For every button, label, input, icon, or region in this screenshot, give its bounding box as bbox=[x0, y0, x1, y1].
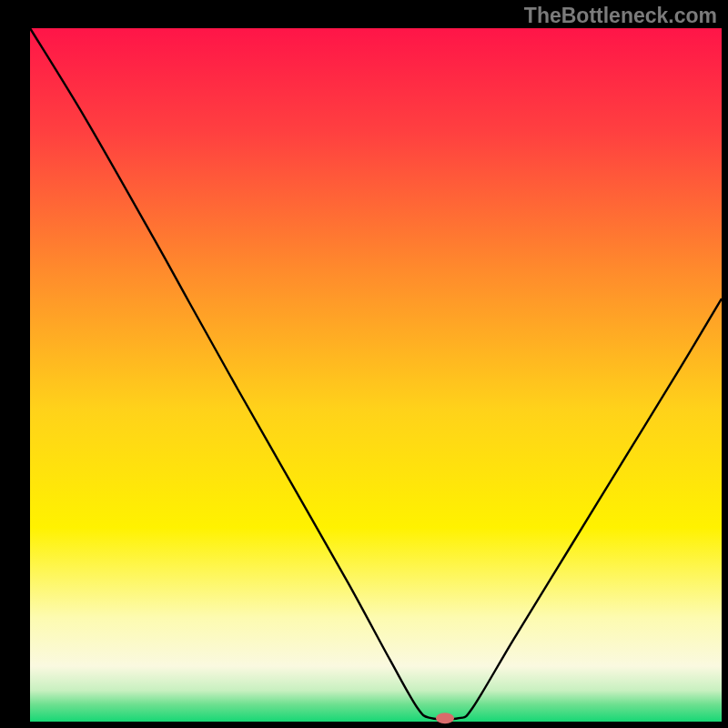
chart-container: TheBottleneck.com bbox=[0, 0, 728, 728]
bottleneck-chart bbox=[0, 0, 728, 728]
optimal-marker bbox=[436, 713, 454, 723]
plot-background bbox=[30, 28, 722, 722]
watermark-text: TheBottleneck.com bbox=[524, 4, 717, 28]
